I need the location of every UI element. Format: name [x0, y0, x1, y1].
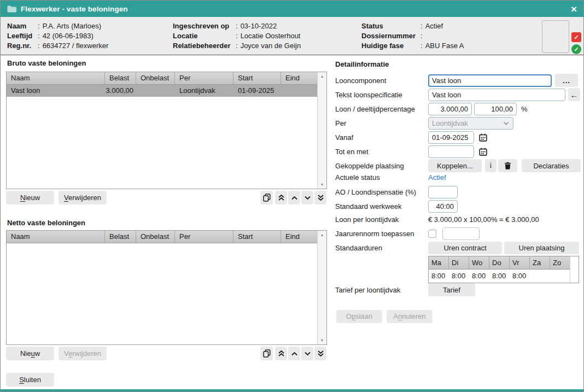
- close-icon[interactable]: ×: [571, 4, 577, 14]
- standaard-werkweek-input[interactable]: [428, 200, 458, 213]
- netto-copy-button[interactable]: [260, 347, 273, 360]
- jaarurennorm-checkbox[interactable]: [428, 230, 436, 238]
- hours-cell[interactable]: 8:00: [510, 270, 530, 283]
- scroll-up-icon[interactable]: ▲: [320, 74, 324, 78]
- bruto-move-bottom-button[interactable]: [314, 191, 326, 204]
- loon-per-loontijdvak-value: € 3.000,00 x 100,00% = € 3.000,00: [428, 215, 539, 224]
- bruto-move-down-button[interactable]: [301, 191, 313, 204]
- ao-loondispensatie-input[interactable]: [428, 186, 458, 198]
- header-field-naam: Naam:P.A. Arts (Marloes): [7, 22, 101, 31]
- column-header[interactable]: Onbelast: [136, 231, 175, 243]
- standaard-werkweek-label: Standaard werkweek: [335, 202, 428, 210]
- copy-from-component-button[interactable]: ←: [568, 88, 580, 101]
- standaarduren-table[interactable]: Ma Di Wo Do Vr Za Zo 8:00 8:00 8:00 8:00…: [428, 256, 579, 283]
- delete-link-button[interactable]: [498, 159, 517, 172]
- tarief-button[interactable]: Tarief: [428, 283, 475, 296]
- column-header[interactable]: Per: [175, 231, 233, 243]
- declaraties-button[interactable]: Declaraties: [522, 159, 581, 172]
- header-field-ingeschreven: Ingeschreven op:03-10-2022: [173, 22, 277, 31]
- hours-cell[interactable]: 8:00: [449, 270, 469, 283]
- looncomponent-input[interactable]: [428, 74, 552, 87]
- chevron-up-icon: [291, 196, 298, 200]
- looncomponent-browse-button[interactable]: ...: [555, 74, 578, 87]
- per-label: Per: [335, 119, 428, 127]
- bruto-verwijderen-button[interactable]: Verwijderen: [59, 191, 107, 204]
- hours-cell[interactable]: 8:00: [489, 270, 510, 283]
- hours-cell[interactable]: 8:00: [429, 270, 449, 283]
- double-chevron-up-icon: [278, 350, 285, 357]
- double-chevron-down-icon: [317, 350, 324, 357]
- vanaf-calendar-icon[interactable]: [478, 132, 488, 142]
- column-header[interactable]: Belast: [105, 231, 136, 243]
- info-button[interactable]: i: [485, 159, 497, 172]
- vertical-scrollbar[interactable]: ▲ ▼: [317, 231, 326, 344]
- column-header[interactable]: Start: [233, 72, 281, 84]
- netto-move-up-button[interactable]: [288, 347, 300, 360]
- bruto-nieuw-button[interactable]: Nieuw: [6, 191, 54, 204]
- green-check-icon[interactable]: ✓: [571, 44, 581, 54]
- sluiten-button[interactable]: Sluiten: [6, 373, 54, 387]
- column-header[interactable]: Naam: [7, 231, 105, 243]
- scroll-down-icon[interactable]: ▼: [320, 338, 324, 342]
- netto-section-title: Netto vaste beloningen: [7, 219, 85, 227]
- scroll-up-icon[interactable]: ▲: [320, 233, 324, 237]
- vertical-scrollbar[interactable]: ▲ ▼: [317, 72, 326, 189]
- info-icon: i: [490, 161, 492, 170]
- weekday-header: Ma Di Wo Do Vr Za Zo: [429, 256, 570, 270]
- hours-cell[interactable]: [550, 270, 570, 283]
- bruto-copy-button[interactable]: [260, 191, 273, 204]
- vanaf-input[interactable]: [428, 131, 474, 144]
- uren-plaatsing-button[interactable]: Uren plaatsing: [504, 242, 579, 254]
- arrow-left-icon: ←: [570, 90, 579, 100]
- tekst-loonspecificatie-label: Tekst loonspecificatie: [335, 91, 428, 99]
- jaarurennorm-input[interactable]: [442, 227, 480, 240]
- uren-contract-button[interactable]: Uren contract: [428, 242, 502, 254]
- opslaan-button[interactable]: Opslaan: [336, 310, 382, 323]
- annuleren-button[interactable]: Annuleren: [387, 310, 433, 323]
- netto-verwijderen-button[interactable]: Verwijderen: [59, 347, 107, 360]
- flexwerker-dialog-window: Flexwerker - vaste beloningen × Naam:P.A…: [0, 0, 584, 392]
- deeltijdpercentage-input[interactable]: [474, 103, 517, 115]
- header-field-huidige-fase: Huidige fase:ABU Fase A: [361, 42, 464, 50]
- column-header[interactable]: Per: [175, 72, 233, 84]
- bruto-move-up-button[interactable]: [288, 191, 300, 204]
- netto-nieuw-button[interactable]: Nieuw: [6, 347, 54, 360]
- netto-move-bottom-button[interactable]: [314, 347, 326, 360]
- column-header[interactable]: Eind: [281, 231, 317, 243]
- table-row[interactable]: Vast loon 3.000,00 Loontijdvak 01-09-202…: [7, 85, 317, 97]
- weekday-header-cell: Do: [489, 256, 510, 269]
- netto-move-down-button[interactable]: [301, 347, 313, 360]
- chevron-down-icon: [304, 196, 311, 200]
- scroll-down-icon[interactable]: ▼: [320, 183, 324, 186]
- bruto-table-header: Naam Belast Onbelast Per Start Eind: [7, 72, 317, 85]
- loon-deeltijdpercentage-label: Loon / deeltijdpercentage: [335, 105, 428, 113]
- column-header[interactable]: Belast: [105, 72, 136, 84]
- per-select[interactable]: Loontijdvak: [428, 117, 513, 130]
- vertical-scrollbar[interactable]: [570, 256, 579, 283]
- actuele-status-value[interactable]: Actief: [428, 173, 446, 182]
- tot-en-met-input[interactable]: [428, 145, 474, 158]
- weekday-hours-row[interactable]: 8:00 8:00 8:00 8:00 8:00: [429, 270, 570, 283]
- hours-cell[interactable]: 8:00: [469, 270, 489, 283]
- bruto-table[interactable]: Naam Belast Onbelast Per Start Eind Vast…: [6, 72, 327, 189]
- tot-en-met-calendar-icon[interactable]: [478, 147, 488, 156]
- netto-table[interactable]: Naam Belast Onbelast Per Start Eind ▲ ▼: [6, 230, 327, 345]
- tot-en-met-label: Tot en met: [335, 148, 428, 156]
- weekday-header-cell: Di: [449, 256, 469, 269]
- netto-move-top-button[interactable]: [275, 347, 287, 360]
- folder-icon: [7, 5, 16, 13]
- bruto-move-top-button[interactable]: [275, 191, 287, 204]
- column-header[interactable]: Naam: [7, 72, 105, 84]
- standaarduren-label: Standaarduren: [335, 244, 428, 252]
- column-header[interactable]: Eind: [281, 72, 317, 84]
- bruto-section-title: Bruto vaste beloningen: [7, 59, 86, 67]
- loon-input[interactable]: [428, 103, 472, 115]
- column-header[interactable]: Onbelast: [136, 72, 175, 84]
- column-header[interactable]: Start: [233, 231, 281, 243]
- chevron-up-icon: [291, 352, 298, 356]
- tekst-loonspecificatie-input[interactable]: [428, 89, 565, 101]
- red-check-icon[interactable]: ✓: [571, 32, 581, 42]
- hours-cell[interactable]: [530, 270, 550, 283]
- koppelen-button[interactable]: Koppelen...: [428, 159, 482, 172]
- ellipsis-icon: ...: [563, 77, 570, 85]
